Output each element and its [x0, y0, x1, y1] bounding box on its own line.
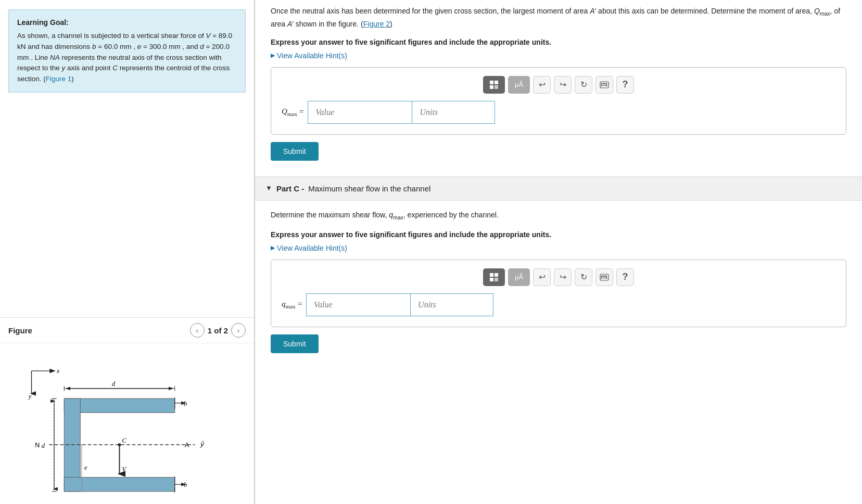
intro-paragraph: Once the neutral axis has been determine… [271, 5, 846, 30]
svg-rect-48 [490, 273, 493, 277]
input-row-c: qmax = [282, 293, 835, 316]
qmax-c-value-input[interactable] [306, 293, 410, 316]
mu-btn-c[interactable]: μÅ [508, 268, 530, 286]
toolbar-b: μÅ ↩ ↪ ↻ ? [282, 76, 835, 94]
svg-text:d: d [42, 442, 45, 449]
svg-rect-49 [495, 273, 498, 277]
svg-point-53 [601, 276, 602, 277]
answer-box-c: μÅ ↩ ↪ ↻ ? qmax = [271, 260, 846, 327]
hint-link-b[interactable]: View Available Hint(s) [271, 51, 846, 60]
mu-btn-b[interactable]: μÅ [508, 76, 530, 94]
svg-text:b: b [184, 400, 187, 407]
right-panel: Once the neutral axis has been determine… [255, 0, 862, 504]
hint-link-c[interactable]: View Available Hint(s) [271, 244, 846, 252]
svg-rect-6 [64, 477, 174, 492]
undo-btn-b[interactable]: ↩ [533, 76, 551, 94]
grid-btn-c[interactable] [483, 268, 505, 286]
bold-instruction-c: Express your answer to five significant … [271, 230, 846, 239]
svg-point-43 [604, 83, 605, 84]
grid-btn-b[interactable] [483, 76, 505, 94]
svg-text:ȳ: ȳ [200, 441, 205, 448]
svg-text:y: y [28, 393, 32, 400]
qmax-label: Qmax = [282, 107, 303, 117]
svg-text:A: A [185, 442, 189, 449]
toolbar-c: μÅ ↩ ↪ ↻ ? [282, 268, 835, 286]
svg-point-56 [606, 276, 607, 277]
svg-text:b: b [184, 481, 187, 488]
partc-intro: Determine the maximum shear flow, qmax, … [271, 209, 846, 222]
keyboard-btn-b[interactable] [595, 76, 613, 94]
qmax-c-label: qmax = [282, 300, 302, 309]
help-btn-c[interactable]: ? [616, 268, 634, 286]
refresh-btn-b[interactable]: ↻ [575, 76, 592, 94]
svg-text:N: N [35, 442, 40, 449]
undo-btn-c[interactable]: ↩ [533, 268, 551, 286]
submit-btn-b[interactable]: Submit [271, 142, 319, 161]
redo-btn-c[interactable]: ↪ [554, 268, 572, 286]
svg-rect-36 [495, 81, 498, 84]
figure2-link[interactable]: Figure 2 [363, 20, 390, 28]
svg-point-47 [606, 85, 607, 86]
figure-label: Figure [8, 326, 32, 335]
svg-point-55 [604, 276, 605, 277]
part-c-title: Part C - [276, 184, 304, 193]
svg-point-59 [606, 277, 607, 278]
svg-point-44 [606, 83, 607, 84]
qmax-c-units-input[interactable] [410, 293, 493, 316]
figure-nav: ‹ 1 of 2 › [190, 323, 246, 338]
redo-btn-b[interactable]: ↪ [554, 76, 572, 94]
svg-text:V: V [122, 466, 126, 473]
svg-rect-4 [64, 398, 174, 412]
part-c-subtitle: Maximum shear flow in the channel [308, 184, 430, 193]
svg-point-45 [601, 85, 602, 86]
svg-rect-38 [495, 85, 498, 89]
figure1-link[interactable]: Figure 1 [46, 75, 72, 83]
learning-goal-title: Learning Goal: [17, 17, 237, 29]
svg-rect-39 [600, 82, 609, 88]
keyboard-btn-c[interactable] [595, 268, 613, 286]
figure-section: Figure ‹ 1 of 2 › x y [0, 317, 254, 504]
answer-box-b: μÅ ↩ ↪ ↻ ? Qmax = [271, 67, 846, 135]
svg-text:e: e [84, 464, 87, 471]
svg-point-41 [601, 83, 602, 84]
part-c-arrow: ▼ [265, 184, 272, 192]
bold-instruction-b: Express your answer to five significant … [271, 38, 846, 46]
svg-rect-50 [490, 278, 493, 281]
qmax-units-input[interactable] [412, 101, 495, 124]
svg-point-57 [601, 277, 602, 278]
svg-rect-37 [490, 85, 493, 89]
refresh-btn-c[interactable]: ↻ [575, 268, 592, 286]
input-row-b: Qmax = [282, 101, 835, 124]
submit-btn-c[interactable]: Submit [271, 334, 319, 353]
figure-canvas: x y [0, 343, 254, 504]
figure-next-button[interactable]: › [231, 323, 246, 338]
svg-text:x: x [56, 367, 60, 374]
help-btn-b[interactable]: ? [616, 76, 634, 94]
part-c-section[interactable]: ▼ Part C - Maximum shear flow in the cha… [255, 176, 862, 201]
svg-text:d: d [112, 380, 116, 387]
svg-point-42 [603, 83, 604, 84]
learning-goal-body: As shown, a channel is subjected to a ve… [17, 31, 237, 85]
learning-goal-box: Learning Goal: As shown, a channel is su… [8, 9, 246, 93]
figure-prev-button[interactable]: ‹ [190, 323, 205, 338]
left-panel: Learning Goal: As shown, a channel is su… [0, 0, 255, 504]
figure-header: Figure ‹ 1 of 2 › [0, 318, 254, 343]
svg-point-54 [603, 276, 604, 277]
svg-rect-52 [600, 274, 609, 280]
svg-text:C: C [122, 437, 126, 444]
qmax-value-input[interactable] [308, 101, 412, 124]
svg-rect-51 [495, 278, 498, 281]
figure-nav-text: 1 of 2 [208, 326, 228, 335]
svg-rect-35 [490, 81, 493, 84]
